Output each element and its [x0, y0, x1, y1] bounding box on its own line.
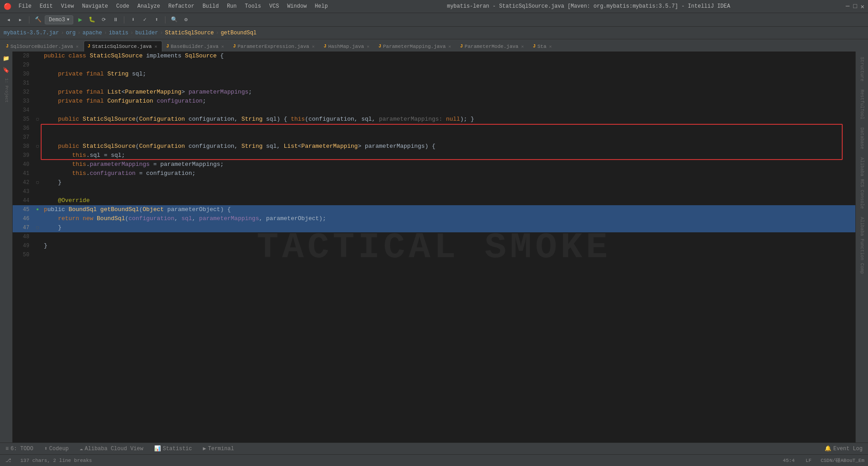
- menu-edit[interactable]: Edit: [36, 2, 57, 10]
- pause-btn[interactable]: ⏸: [110, 15, 120, 25]
- sidebar-database[interactable]: Database: [859, 124, 865, 153]
- settings-btn[interactable]: ⚙: [181, 15, 191, 25]
- code-line-35: 35 ▢ public StaticSqlSource(Configuratio…: [13, 115, 855, 124]
- editor-area[interactable]: TACTICAL SMOKE 28 public class StaticSql…: [13, 52, 855, 442]
- menu-window[interactable]: Window: [283, 2, 310, 10]
- tab-close-5[interactable]: ✕: [366, 43, 370, 50]
- sidebar-bookmark-icon[interactable]: 🔖: [1, 65, 11, 75]
- cursor-position[interactable]: 45:4: [781, 458, 797, 463]
- tab-close-3[interactable]: ✕: [220, 43, 225, 50]
- menu-build[interactable]: Build: [199, 2, 222, 10]
- close-btn[interactable]: ✕: [861, 3, 864, 10]
- tab-parameterexpression[interactable]: J ParameterExpression.java ✕: [229, 41, 319, 52]
- tab-parametermapping[interactable]: J ParameterMapping.java ✕: [374, 41, 456, 52]
- code-line-37: 37: [13, 133, 855, 142]
- bottom-tab-codeup[interactable]: ⬆ Codeup: [42, 444, 71, 453]
- back-btn[interactable]: ◂: [4, 15, 14, 25]
- menu-view[interactable]: View: [57, 2, 78, 10]
- tab-sta[interactable]: J Sta ✕: [529, 41, 557, 52]
- menu-vcs[interactable]: VCS: [266, 2, 283, 10]
- menu-analyze[interactable]: Analyze: [134, 2, 164, 10]
- menu-help[interactable]: Help: [311, 2, 331, 10]
- tab-close-6[interactable]: ✕: [448, 43, 452, 50]
- bottom-tab-todo[interactable]: ≡ 6: TODO: [4, 445, 35, 453]
- tab-close-4[interactable]: ✕: [311, 43, 316, 50]
- forward-btn[interactable]: ▸: [15, 15, 25, 25]
- code-line-32: 32 private final List<ParameterMapping> …: [13, 88, 855, 97]
- breadcrumb-ibatis[interactable]: ibatis: [109, 30, 128, 36]
- alibaba-cloud-icon: ☁: [80, 445, 83, 452]
- tab-icon-7: J: [460, 44, 463, 49]
- tab-sqlsourcebuilder[interactable]: J SqlSourceBuilder.java ✕: [2, 41, 84, 52]
- app-icon: 🔴: [4, 3, 11, 10]
- tab-close-2[interactable]: ✕: [154, 43, 158, 50]
- run-config-dropdown[interactable]: Demo3 ▼: [45, 15, 73, 24]
- tab-label-8: Sta: [538, 44, 547, 49]
- sidebar-alibaba-func[interactable]: Alibaba Function Comp: [859, 213, 865, 278]
- sidebar-structure-icon[interactable]: 1: Project: [1, 77, 11, 104]
- code-line-36: 36: [13, 124, 855, 133]
- toolbar-sep-2: [124, 16, 124, 24]
- vcs-push-btn[interactable]: ⬆: [151, 15, 161, 25]
- breadcrumb-method[interactable]: getBoundSql: [221, 30, 256, 36]
- tab-icon-6: J: [378, 44, 381, 49]
- sidebar-alibaba-rcs[interactable]: Alibaba RCS Console: [859, 154, 865, 212]
- bottom-tab-terminal[interactable]: ▶ Terminal: [201, 444, 236, 453]
- build-btn[interactable]: 🔨: [33, 15, 43, 25]
- code-line-28: 28 public class StaticSqlSource implemen…: [13, 52, 855, 61]
- code-line-44: 44 @Override: [13, 196, 855, 205]
- line-ending[interactable]: LF: [804, 458, 813, 463]
- tab-label-7: ParameterMode.java: [465, 44, 519, 49]
- tab-hashmap[interactable]: J HashMap.java ✕: [320, 41, 374, 52]
- sidebar-restfultool[interactable]: RestfulTool: [859, 86, 865, 123]
- tab-icon-3: J: [166, 44, 169, 49]
- search-everywhere-btn[interactable]: 🔍: [169, 15, 179, 25]
- toolbar-sep-3: [165, 16, 165, 24]
- vcs-commit-btn[interactable]: ✓: [140, 15, 150, 25]
- breadcrumb-builder[interactable]: builder: [135, 30, 158, 36]
- code-line-33: 33 private final Configuration configura…: [13, 97, 855, 106]
- bottom-tab-statistic[interactable]: 📊 Statistic: [152, 444, 194, 453]
- breadcrumb-apache[interactable]: apache: [82, 30, 102, 36]
- bottom-tab-alibaba-cloud-view[interactable]: ☁ Alibaba Cloud View: [78, 444, 145, 453]
- menu-run[interactable]: Run: [223, 2, 241, 10]
- tab-close-1[interactable]: ✕: [75, 43, 80, 50]
- run-btn[interactable]: ▶: [75, 15, 85, 25]
- tab-staticsqlsource[interactable]: J StaticSqlSource.java ✕: [84, 41, 162, 52]
- code-line-45: 45 ● public BoundSql getBoundSql(Object …: [13, 205, 855, 214]
- code-line-34: 34: [13, 106, 855, 115]
- menu-navigate[interactable]: Navigate: [78, 2, 112, 10]
- sidebar-project-icon[interactable]: 📁: [1, 53, 11, 63]
- breadcrumb-jar[interactable]: mybatis-3.5.7.jar: [4, 30, 59, 36]
- tab-basebuilder[interactable]: J BaseBuilder.java ✕: [162, 41, 229, 52]
- event-log-btn[interactable]: 🔔 Event Log: [823, 444, 864, 453]
- minimize-btn[interactable]: ─: [846, 3, 849, 10]
- tab-close-7[interactable]: ✕: [520, 43, 525, 50]
- terminal-icon: ▶: [203, 445, 206, 452]
- breadcrumb-class[interactable]: StaticSqlSource: [165, 30, 214, 36]
- menu-bar-inline: File Edit View Navigate Code Analyze Ref…: [15, 2, 331, 10]
- coverage-btn[interactable]: ⟳: [99, 15, 108, 25]
- sidebar-structure[interactable]: Structure: [859, 53, 865, 85]
- menu-code[interactable]: Code: [113, 2, 133, 10]
- vcs-update-btn[interactable]: ⬇: [128, 15, 138, 25]
- tab-close-8[interactable]: ✕: [548, 43, 553, 50]
- menu-tools[interactable]: Tools: [241, 2, 265, 10]
- tab-parametermode[interactable]: J ParameterMode.java ✕: [456, 41, 529, 52]
- nav-sep-3: ›: [104, 30, 107, 36]
- menu-file[interactable]: File: [15, 2, 35, 10]
- window-controls: ─ □ ✕: [846, 3, 864, 10]
- breadcrumb-org[interactable]: org: [66, 30, 76, 36]
- statistic-label: Statistic: [163, 446, 192, 452]
- tab-icon-4: J: [233, 44, 236, 49]
- tab-label-1: SqlSourceBuilder.java: [10, 44, 73, 49]
- maximize-btn[interactable]: □: [853, 3, 857, 10]
- tab-label-2: StaticSqlSource.java: [92, 44, 152, 49]
- code-line-38: 38 ▢ public StaticSqlSource(Configuratio…: [13, 142, 855, 151]
- menu-refactor[interactable]: Refactor: [165, 2, 198, 10]
- debug-btn[interactable]: 🐛: [87, 15, 97, 25]
- nav-sep-1: ›: [61, 30, 64, 36]
- breadcrumb-bar: mybatis-3.5.7.jar › org › apache › ibati…: [0, 26, 868, 39]
- code-line-46: 46 return new BoundSql(configuration, sq…: [13, 214, 855, 223]
- git-status[interactable]: ⎇: [4, 457, 15, 463]
